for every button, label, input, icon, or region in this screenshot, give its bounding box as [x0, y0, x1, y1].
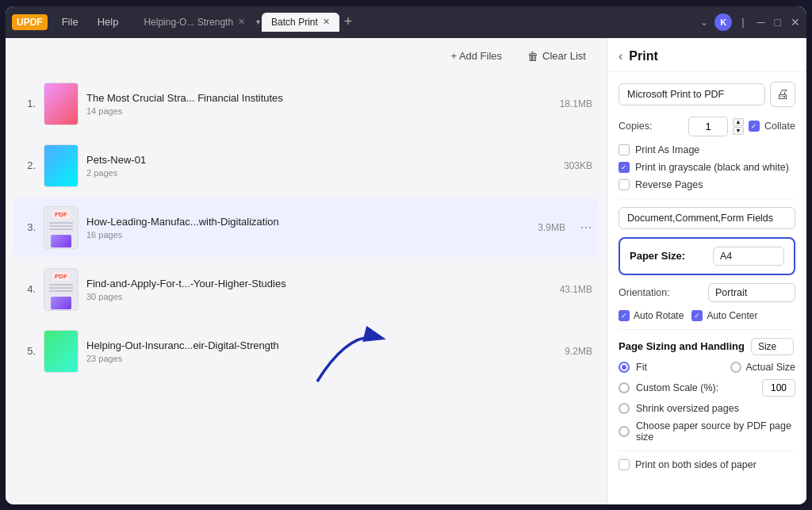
reverse-pages-row: Reverse Pages: [619, 179, 795, 190]
file-list-container: + Add Files 🗑 Clear List 1. The Most Cru…: [6, 38, 607, 504]
new-tab-button[interactable]: +: [344, 13, 353, 30]
custom-scale-radio[interactable]: [619, 382, 630, 393]
item-index: 3.: [20, 221, 36, 233]
item-title: Find-and-Apply-For-t...-Your-Higher-Stud…: [86, 278, 552, 290]
divider3: [619, 451, 795, 451]
both-sides-label: Print on both sides of paper: [635, 459, 756, 470]
divider: [619, 198, 795, 199]
right-panel: ‹ Print Microsoft Print to PDF 🖨 Copies:…: [607, 38, 806, 504]
shrink-label: Shrink oversized pages: [636, 403, 739, 414]
item-index: 1.: [20, 98, 36, 109]
item-thumbnail: [44, 82, 79, 125]
paper-size-section: Paper Size: A4: [619, 237, 795, 275]
maximize-button[interactable]: □: [775, 16, 781, 29]
custom-scale-input-wrap: [762, 379, 795, 397]
item-size: 9.2MB: [565, 346, 592, 357]
auto-center-label: Auto Center: [707, 310, 757, 321]
file-list-toolbar: + Add Files 🗑 Clear List: [6, 38, 607, 75]
copies-label: Copies:: [619, 121, 684, 132]
panel-body: Microsoft Print to PDF 🖨 Copies: ▲ ▼ ✓ C…: [607, 72, 806, 486]
collate-checkbox[interactable]: ✓: [749, 121, 760, 132]
both-sides-checkbox[interactable]: [619, 459, 630, 470]
menu-help[interactable]: Help: [90, 13, 127, 31]
fit-row: Fit Actual Size: [619, 362, 795, 373]
print-as-image-row: Print As Image: [619, 144, 795, 155]
item-size: 18.1MB: [560, 98, 592, 109]
orientation-row: Orientation: Portrait: [619, 283, 795, 302]
avatar[interactable]: K: [714, 13, 732, 31]
title-bar: UPDF File Help Helping-O... Strength ✕ ▾…: [6, 6, 806, 38]
auto-center-item: ✓ Auto Center: [691, 310, 757, 321]
copies-spinner: ▲ ▼: [733, 118, 744, 135]
tab-dropdown-icon[interactable]: ▾: [256, 17, 260, 26]
choose-source-radio[interactable]: [619, 426, 630, 437]
item-pages: 23 pages: [86, 354, 557, 363]
document-field-select[interactable]: Document,Comment,Form Fields: [619, 207, 795, 229]
divider2: [619, 329, 795, 330]
list-item[interactable]: 5. Helping-Out-Insuranc...eir-Digital-St…: [13, 322, 599, 381]
tabs: Helping-O... Strength ✕ ▾ Batch Print ✕ …: [134, 13, 700, 32]
custom-scale-label: Custom Scale (%):: [636, 382, 718, 393]
menu-file[interactable]: File: [54, 13, 86, 31]
reverse-pages-checkbox[interactable]: [619, 179, 630, 190]
orientation-select[interactable]: Portrait: [708, 283, 795, 302]
paper-size-select[interactable]: A4: [713, 247, 784, 266]
paper-size-row: Paper Size: A4: [630, 247, 784, 266]
file-list: 1. The Most Crucial Stra... Financial In…: [6, 75, 607, 504]
tab-batch-print[interactable]: Batch Print ✕: [262, 13, 339, 32]
list-item[interactable]: 2. Pets-New-01 2 pages 303KB: [13, 136, 599, 195]
print-as-image-label: Print As Image: [635, 144, 699, 155]
size-select[interactable]: Size: [751, 338, 794, 355]
paper-size-label: Paper Size:: [630, 250, 713, 262]
tab-helping[interactable]: Helping-O... Strength ✕: [134, 13, 255, 32]
custom-scale-input[interactable]: [762, 379, 795, 397]
more-options-button[interactable]: ⋯: [580, 220, 592, 235]
printer-select[interactable]: Microsoft Print to PDF: [619, 83, 765, 105]
actual-size-radio[interactable]: [730, 362, 741, 373]
main-content: + Add Files 🗑 Clear List 1. The Most Cru…: [6, 38, 806, 504]
auto-row: ✓ Auto Rotate ✓ Auto Center: [619, 310, 795, 321]
shrink-radio[interactable]: [619, 403, 630, 414]
item-info: Find-and-Apply-For-t...-Your-Higher-Stud…: [86, 278, 552, 301]
copies-input[interactable]: [688, 117, 728, 136]
fit-label: Fit: [636, 362, 647, 373]
list-item[interactable]: 3. PDF How-Leading-: [13, 198, 599, 257]
reverse-pages-label: Reverse Pages: [635, 179, 703, 190]
custom-scale-row: Custom Scale (%):: [619, 379, 795, 397]
list-item[interactable]: 4. PDF Find-and-App: [13, 260, 599, 319]
copies-up-button[interactable]: ▲: [733, 118, 744, 126]
add-files-button[interactable]: + Add Files: [442, 46, 510, 66]
copies-down-button[interactable]: ▼: [733, 127, 744, 135]
item-thumbnail: [44, 330, 79, 373]
item-info: The Most Crucial Stra... Financial Insti…: [86, 92, 552, 116]
fit-radio[interactable]: [619, 362, 630, 373]
clear-list-button[interactable]: 🗑 Clear List: [519, 46, 594, 67]
back-button[interactable]: ‹: [619, 49, 622, 63]
printer-settings-button[interactable]: 🖨: [770, 82, 795, 107]
orientation-label: Orientation:: [619, 287, 702, 298]
minimize-button[interactable]: ─: [757, 16, 765, 29]
print-grayscale-row: ✓ Print in grayscale (black and white): [619, 162, 795, 173]
print-grayscale-checkbox[interactable]: ✓: [619, 162, 630, 173]
choose-source-label: Choose paper source by PDF page size: [636, 420, 795, 443]
app-window: UPDF File Help Helping-O... Strength ✕ ▾…: [6, 6, 806, 504]
printer-row: Microsoft Print to PDF 🖨: [619, 82, 795, 107]
updf-logo: UPDF: [12, 14, 48, 30]
print-as-image-checkbox[interactable]: [619, 144, 630, 155]
shrink-row: Shrink oversized pages: [619, 403, 795, 414]
auto-center-checkbox[interactable]: ✓: [691, 310, 703, 321]
page-sizing-row: Page Sizing and Handling Size: [619, 338, 795, 355]
close-tab-batch[interactable]: ✕: [323, 17, 330, 27]
chevron-down-icon[interactable]: ⌄: [700, 17, 708, 28]
clear-list-label: Clear List: [542, 50, 586, 62]
page-sizing-label: Page Sizing and Handling: [619, 340, 745, 352]
item-title: The Most Crucial Stra... Financial Insti…: [86, 92, 552, 104]
auto-rotate-item: ✓ Auto Rotate: [619, 310, 684, 321]
auto-rotate-checkbox[interactable]: ✓: [619, 310, 630, 321]
title-bar-controls: ⌄ K | ─ □ ✕: [700, 13, 800, 31]
close-tab-helping[interactable]: ✕: [238, 17, 245, 27]
close-button[interactable]: ✕: [791, 16, 800, 29]
actual-size-label: Actual Size: [745, 362, 795, 373]
list-item[interactable]: 1. The Most Crucial Stra... Financial In…: [13, 75, 599, 133]
choose-source-row: Choose paper source by PDF page size: [619, 420, 795, 443]
